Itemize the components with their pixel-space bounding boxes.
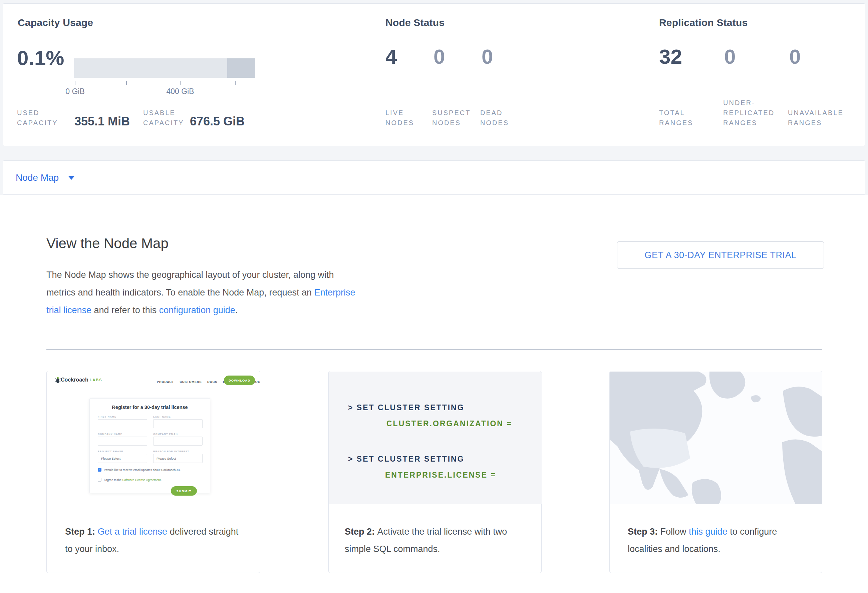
step3-caption: Step 3: Follow this guide to configure l…	[628, 523, 796, 558]
step2-card: > SET CLUSTER SETTING CLUSTER.ORGANIZATI…	[328, 371, 542, 573]
description-text-2: and refer to this	[92, 305, 159, 315]
get-enterprise-trial-button[interactable]: GET A 30-DAY ENTERPRISE TRIAL	[617, 241, 824, 269]
unavailable-label: UNAVAILABLE RANGES	[788, 108, 844, 128]
step1-prefix: Step 1:	[65, 527, 98, 537]
sql-command: SET CLUSTER SETTING	[357, 455, 465, 463]
mini-updates-checkbox-row: ✓ I would like to receive email updates …	[98, 468, 180, 472]
mini-nav-product: PRODUCT	[157, 380, 174, 384]
node-status-title: Node Status	[385, 17, 444, 28]
mini-agree-text: I agree to the	[104, 478, 123, 482]
cockroach-bug-icon	[55, 376, 61, 384]
capacity-tick	[180, 81, 180, 85]
this-guide-link[interactable]: this guide	[689, 527, 728, 537]
page-title: View the Node Map	[46, 235, 168, 252]
suspect-nodes-label: SUSPECT NODES	[432, 108, 471, 128]
sql-prompt: >	[348, 455, 353, 463]
cluster-summary-panel: Capacity Usage 0.1% 0 GiB 400 GiB USED C…	[3, 3, 865, 146]
configuration-guide-link[interactable]: configuration guide	[159, 305, 235, 315]
mini-submit-button: SUBMIT	[171, 486, 197, 496]
capacity-tick	[126, 81, 127, 85]
total-ranges-label: TOTAL RANGES	[659, 108, 693, 128]
live-nodes-value: 4	[385, 46, 397, 67]
sql-command: SET CLUSTER SETTING	[357, 403, 465, 412]
step3-pre: Follow	[660, 527, 689, 537]
mini-company-email-input	[153, 437, 202, 446]
node-map-preview: 1 geo=sfo 2 Nodes 9% CAPACITY 3.2 GiB 35…	[610, 372, 822, 504]
mini-company-name-input	[98, 437, 147, 446]
mini-first-name-input	[98, 419, 147, 428]
mini-last-name-input	[153, 419, 202, 428]
used-capacity-value: 355.1 MiB	[74, 115, 130, 128]
mini-project-phase-select: Please Select	[98, 454, 147, 463]
under-replicated-label: UNDER- REPLICATED RANGES	[723, 98, 775, 128]
mini-field-label: COMPANY EMAIL	[153, 433, 179, 436]
view-selector-bar: Node Map	[3, 160, 865, 195]
sql-prompt: >	[348, 403, 353, 412]
capacity-usage-title: Capacity Usage	[18, 17, 93, 28]
suspect-nodes-value: 0	[434, 46, 445, 67]
mini-trial-form: Register for a 30-day trial license FIRS…	[89, 398, 210, 493]
dead-nodes-value: 0	[481, 46, 493, 67]
sql-line-1: > SET CLUSTER SETTING	[348, 403, 465, 412]
dead-nodes-label: DEAD NODES	[480, 108, 509, 128]
node-map-dropdown[interactable]: Node Map	[16, 172, 59, 183]
mini-field-label: PROJECT PHASE	[98, 450, 123, 453]
capacity-tick-label-400: 400 GiB	[160, 87, 200, 96]
cockroach-labs-logo: Cockroach LABS	[55, 376, 102, 384]
checkbox-checked-icon: ✓	[98, 468, 102, 472]
sql-code-block: > SET CLUSTER SETTING CLUSTER.ORGANIZATI…	[329, 372, 542, 504]
step2-caption: Step 2: Activate the trial license with …	[345, 523, 527, 558]
mini-license-agreement-link: Software License Agreement	[123, 478, 161, 482]
sql-arg-1: CLUSTER.ORGANIZATION =	[387, 419, 512, 428]
mini-logo-text: Cockroach	[61, 377, 89, 383]
cluster-overview-page: Capacity Usage 0.1% 0 GiB 400 GiB USED C…	[0, 0, 868, 593]
nodemap-description: The Node Map shows the geographical layo…	[46, 266, 363, 319]
mini-updates-checkbox-label: I would like to receive email updates ab…	[104, 468, 180, 472]
get-trial-license-link[interactable]: Get a trial license	[98, 527, 168, 537]
mini-agree-period: .	[161, 478, 162, 482]
capacity-tick	[75, 81, 75, 85]
step3-card: 1 geo=sfo 2 Nodes 9% CAPACITY 3.2 GiB 35…	[610, 371, 822, 573]
capacity-bar	[74, 58, 255, 78]
mini-field-label: COMPANY NAME	[98, 433, 123, 436]
used-capacity-label: USED CAPACITY	[17, 108, 58, 128]
unavailable-value: 0	[789, 46, 801, 67]
usable-capacity-label: USABLE CAPACITY	[143, 108, 184, 128]
world-map-graphic	[610, 372, 822, 504]
mini-field-label: FIRST NAME	[98, 415, 117, 418]
under-replicated-value: 0	[724, 46, 735, 67]
mini-form-title: Register for a 30-day trial license	[90, 405, 210, 410]
usable-capacity-value: 676.5 GiB	[190, 115, 245, 128]
sql-arg-2: ENTERPRISE.LICENSE =	[385, 471, 496, 480]
description-text-1: The Node Map shows the geographical layo…	[46, 270, 334, 297]
step3-prefix: Step 3:	[628, 527, 660, 537]
step1-card: Cockroach LABS PRODUCT CUSTOMERS DOCS RE…	[46, 371, 260, 573]
description-text-3: .	[235, 305, 238, 315]
checkbox-unchecked-icon	[98, 478, 102, 482]
mini-field-label: LAST NAME	[153, 415, 171, 418]
step1-caption: Step 1: Get a trial license delivered st…	[65, 523, 240, 558]
mini-agree-checkbox-row: I agree to the Software License Agreemen…	[98, 478, 161, 482]
capacity-percent: 0.1%	[17, 48, 64, 68]
mini-field-label: REASON FOR INTEREST	[153, 450, 189, 453]
step2-prefix: Step 2:	[345, 527, 378, 537]
capacity-bar-end-segment	[227, 58, 255, 78]
live-nodes-label: LIVE NODES	[385, 108, 414, 128]
mini-logo-labs: LABS	[90, 378, 102, 382]
chevron-down-icon[interactable]	[68, 176, 75, 180]
mini-reason-select: Please Select	[153, 454, 202, 463]
mini-download-button: DOWNLOAD	[224, 375, 255, 385]
capacity-tick-label-0: 0 GiB	[55, 87, 95, 96]
total-ranges-value: 32	[659, 46, 682, 67]
sql-line-2: > SET CLUSTER SETTING	[348, 455, 465, 464]
mini-agree-checkbox-label: I agree to the Software License Agreemen…	[104, 478, 161, 482]
replication-status-title: Replication Status	[659, 17, 747, 28]
section-divider	[46, 349, 822, 350]
mini-nav-docs: DOCS	[207, 380, 217, 384]
mini-nav-customers: CUSTOMERS	[180, 380, 202, 384]
capacity-tick	[235, 81, 236, 85]
